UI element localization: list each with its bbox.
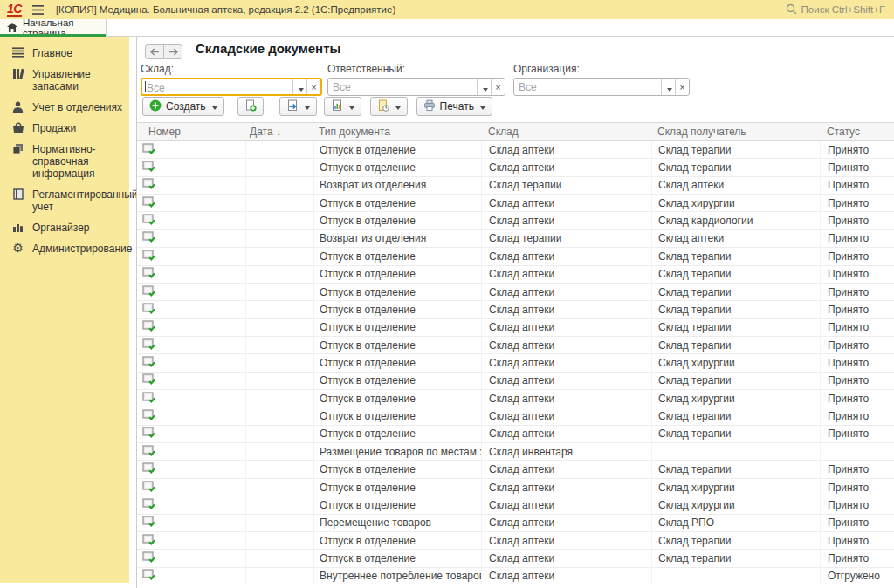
document-plus-icon [244, 99, 257, 114]
1c-logo: 1С [7, 3, 22, 17]
organizaciya-dropdown-button[interactable] [661, 79, 675, 95]
sidebar-item-nsi[interactable]: Нормативно-справочная информация [0, 139, 129, 184]
table-row[interactable]: Отпуск в отделениеСклад аптекиСклад хиру… [137, 195, 894, 212]
cell-status: Принято [820, 426, 894, 442]
table-row[interactable]: Отпуск в отделениеСклад аптекиСклад хиру… [137, 479, 894, 496]
filter-label: Ответственный: [327, 63, 505, 75]
table-row[interactable]: Отпуск в отделениеСклад аптекиСклад тера… [137, 373, 894, 390]
cell-document-type: Отпуск в отделение [313, 319, 481, 336]
table-row[interactable]: Отпуск в отделениеСклад аптекиСклад тера… [137, 301, 894, 318]
table-row[interactable]: Отпуск в отделениеСклад аптекиСклад хиру… [137, 390, 894, 407]
tab-home-page[interactable]: Начальная страница [0, 19, 107, 37]
create-button[interactable]: Создать [142, 97, 224, 116]
table-row[interactable]: Возврат из отделенияСклад терапииСклад а… [137, 177, 894, 195]
document-posted-icon [142, 178, 155, 192]
otvetstvennyj-clear-button[interactable]: × [491, 79, 505, 95]
otvetstvennyj-combobox[interactable]: Все× [327, 78, 505, 96]
table-row[interactable]: Отпуск в отделениеСклад аптекиСклад тера… [137, 461, 894, 478]
table-row[interactable]: Отпуск в отделениеСклад аптекиСклад тера… [137, 284, 894, 301]
button-label: Печать [440, 100, 474, 113]
cell-date [245, 266, 313, 283]
cell-receiver-warehouse: Склад терапии [651, 301, 820, 318]
chevron-down-icon [481, 79, 488, 95]
cell-document-type: Отпуск в отделение [313, 212, 481, 229]
table-row[interactable]: Отпуск в отделениеСклад аптекиСклад тера… [137, 141, 894, 159]
sklad-clear-button[interactable]: × [306, 79, 320, 94]
document-report-button[interactable] [324, 97, 361, 116]
sidebar-item-organizer[interactable]: Органайзер [0, 217, 129, 238]
table-row[interactable]: Отпуск в отделениеСклад аптекиСклад тера… [137, 266, 894, 284]
table-row[interactable]: Отпуск в отделениеСклад аптекиСклад тера… [137, 532, 894, 550]
otvetstvennyj-dropdown-button[interactable] [477, 79, 491, 95]
cell-number [137, 266, 245, 283]
table-row[interactable]: Внутреннее потребление товаровСклад апте… [137, 568, 894, 585]
cell-status: Принято [820, 319, 894, 336]
cell-warehouse: Склад аптеки [481, 248, 651, 264]
sklad-combobox[interactable]: Все× [141, 78, 322, 96]
table-row[interactable]: Отпуск в отделениеСклад аптекиСклад тера… [137, 248, 894, 265]
document-arrow-icon [286, 99, 299, 114]
sidebar-item-glavnoe[interactable]: Главное [0, 43, 129, 64]
table-row[interactable]: Отпуск в отделениеСклад аптекиСклад тера… [137, 337, 894, 354]
sidebar-item-reglament-uchet[interactable]: Регламентированный учет [0, 184, 129, 217]
table-row[interactable]: Отпуск в отделениеСклад аптекиСклад тера… [137, 407, 894, 425]
filter-label: Организация: [513, 63, 690, 75]
cell-date [245, 461, 313, 477]
person-icon [11, 101, 24, 113]
cell-document-type: Отпуск в отделение [313, 407, 481, 424]
sidebar-item-uchet-v-otdeleniyah[interactable]: Учет в отделениях [0, 97, 129, 118]
global-search[interactable]: Поиск Ctrl+Shift+F [786, 3, 885, 17]
chevron-down-icon [478, 100, 485, 113]
cell-number [137, 496, 245, 513]
sidebar-item-administrirovanie[interactable]: ⚙Администрирование [0, 238, 129, 259]
sidebar-item-prodazhi[interactable]: Продажи [0, 118, 129, 139]
chevron-down-icon [665, 79, 672, 95]
copy-document-button[interactable] [237, 97, 264, 116]
cell-number [137, 461, 245, 477]
cell-status: Принято [820, 515, 894, 531]
forward-button[interactable] [163, 44, 182, 59]
cell-warehouse: Склад аптеки [481, 354, 651, 371]
column-header-status[interactable]: Статус [820, 123, 894, 140]
column-header-type[interactable]: Тип документа [313, 123, 481, 140]
sidebar-item-upravlenie-zapasami[interactable]: Управление запасами [0, 64, 129, 97]
table-row[interactable]: Отпуск в отделениеСклад аптекиСклад тера… [137, 550, 894, 567]
cell-document-type: Отпуск в отделение [313, 390, 481, 407]
organizaciya-clear-button[interactable]: × [675, 79, 689, 95]
table-row[interactable]: Размещение товаров по местам храненияСкл… [137, 443, 894, 461]
table-row[interactable]: Отпуск в отделениеСклад аптекиСклад тера… [137, 426, 894, 443]
cell-status: Принято [820, 479, 894, 496]
table-row[interactable]: Отпуск в отделениеСклад аптекиСклад кард… [137, 212, 894, 229]
tab-label: Начальная страница [23, 17, 106, 38]
column-header-date[interactable]: Дата↓ [245, 123, 313, 140]
document-posted-icon [142, 303, 155, 317]
table-row[interactable]: Перемещение товаровСклад аптекиСклад РПО… [137, 515, 894, 532]
column-header-number[interactable]: Номер [137, 123, 245, 140]
load-document-button[interactable] [279, 97, 317, 116]
cell-receiver-warehouse: Склад РПО [651, 515, 820, 531]
cell-document-type: Отпуск в отделение [313, 159, 481, 175]
cell-number [137, 426, 245, 442]
table-body: Отпуск в отделениеСклад аптекиСклад тера… [137, 141, 894, 585]
cell-receiver-warehouse: Склад терапии [651, 266, 820, 283]
column-header-receiver[interactable]: Склад получатель [651, 123, 820, 140]
otvetstvennyj-input[interactable]: Все [328, 79, 477, 95]
main-menu-button[interactable] [32, 5, 44, 15]
organizaciya-combobox[interactable]: Все× [513, 78, 690, 96]
inventory-icon [11, 68, 24, 79]
print-button[interactable]: Печать [416, 97, 492, 116]
cell-warehouse: Склад аптеки [481, 284, 651, 300]
column-header-warehouse[interactable]: Склад [481, 123, 651, 140]
sklad-input[interactable]: Все [142, 79, 292, 94]
table-row[interactable]: Отпуск в отделениеСклад аптекиСклад тера… [137, 159, 894, 176]
table-row[interactable]: Возврат из отделенияСклад терапииСклад а… [137, 230, 894, 248]
document-posted-icon [142, 551, 155, 565]
table-row[interactable]: Отпуск в отделениеСклад аптекиСклад тера… [137, 319, 894, 337]
attached-files-button[interactable] [370, 97, 408, 116]
cell-number [137, 319, 245, 336]
sklad-dropdown-button[interactable] [292, 79, 306, 94]
table-row[interactable]: Отпуск в отделениеСклад аптекиСклад хиру… [137, 354, 894, 372]
organizaciya-input[interactable]: Все [514, 79, 661, 95]
table-row[interactable]: Отпуск в отделениеСклад аптекиСклад хиру… [137, 496, 894, 514]
back-button[interactable] [145, 44, 164, 59]
